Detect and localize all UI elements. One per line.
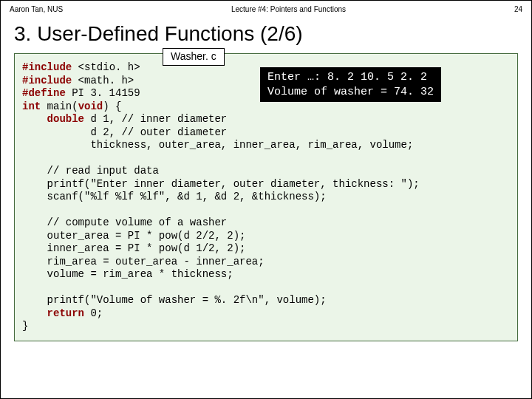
scanf-line: scanf("%lf %lf %lf", &d 1, &d 2, &thickn… (47, 191, 327, 202)
slide-header: Aaron Tan, NUS Lecture #4: Pointers and … (1, 1, 531, 19)
define-pi: PI 3. 14159 (66, 87, 140, 99)
header-lecture-title: Lecture #4: Pointers and Functions (63, 5, 514, 13)
kw-return: return (47, 307, 84, 319)
kw-define: #define (22, 87, 66, 99)
decl-rest: thickness, outer_area, inner_area, rim_a… (90, 139, 413, 151)
header-page-number: 24 (514, 5, 522, 13)
indent (22, 256, 47, 267)
indent (22, 191, 47, 202)
printf-prompt: printf("Enter inner diameter, outer diam… (47, 178, 420, 190)
rim-area: rim_area = outer_area - inner_area; (47, 256, 265, 267)
indent (22, 126, 90, 138)
comment-read: // read input data (47, 165, 159, 177)
include-stdio: <stdio. h> (72, 61, 140, 73)
indent (22, 230, 47, 242)
kw-void: void (78, 100, 103, 112)
indent (22, 216, 47, 228)
outer-area: outer_area = PI * pow(d 2/2, 2); (47, 230, 246, 242)
output-console: Enter …: 8. 2 10. 5 2. 2 Volume of washe… (260, 67, 441, 102)
printf-result: printf("Volume of washer = %. 2f\n", vol… (47, 294, 327, 306)
output-prompt: Enter …: (267, 71, 327, 83)
filename-badge: Washer. c (163, 48, 225, 66)
decl-d1: d 1, // inner diameter (84, 113, 227, 125)
output-user-input: 8. 2 10. 5 2. 2 (327, 71, 427, 83)
kw-int: int (22, 100, 41, 112)
volume: volume = rim_area * thickness; (47, 268, 233, 280)
kw-double: double (47, 113, 84, 125)
indent (22, 165, 47, 177)
indent (22, 294, 47, 306)
close-brace: } (22, 320, 28, 332)
indent (22, 178, 47, 190)
comment-compute: // compute volume of a washer (47, 216, 228, 228)
inner-area: inner_area = PI * pow(d 1/2, 2); (47, 242, 246, 254)
indent (22, 242, 47, 254)
indent (22, 268, 47, 280)
header-author: Aaron Tan, NUS (10, 5, 63, 13)
decl-d2: d 2, // outer diameter (90, 126, 227, 138)
kw-include-2: #include (22, 75, 72, 86)
indent (22, 307, 47, 319)
indent (22, 113, 47, 125)
main-sig-2: ) { (103, 100, 121, 112)
output-result: Volume of washer = 74. 32 (267, 86, 434, 98)
return-zero: 0; (84, 307, 103, 319)
include-math: <math. h> (72, 75, 134, 86)
page-title: 3. User-Defined Functions (2/6) (1, 19, 531, 53)
kw-include-1: #include (22, 61, 72, 73)
code-block: #include <stdio. h> #include <math. h> #… (14, 53, 518, 341)
indent (22, 139, 90, 151)
main-sig-1: main( (41, 100, 78, 112)
